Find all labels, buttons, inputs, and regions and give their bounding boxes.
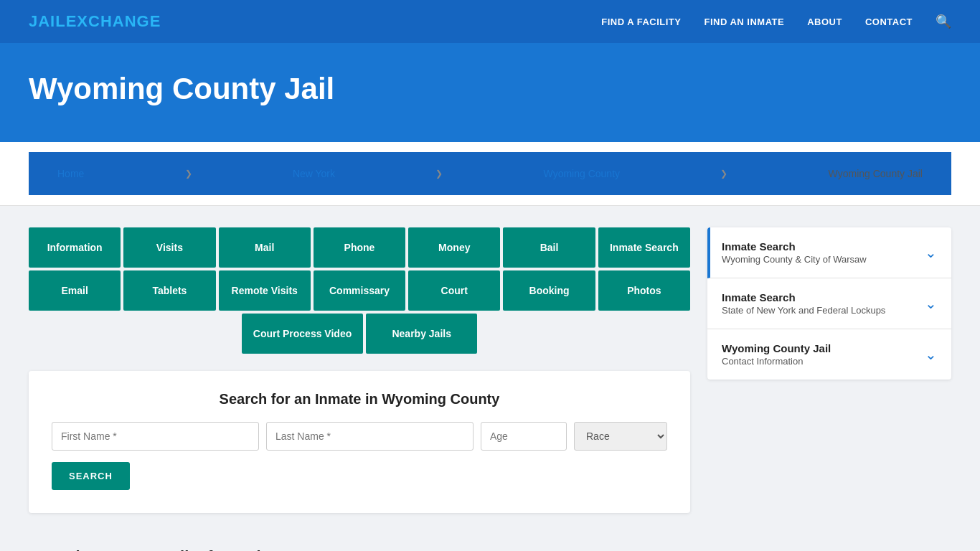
nav-find-facility[interactable]: FIND A FACILITY	[601, 17, 681, 27]
chevron-down-icon-0: ⌄	[925, 244, 937, 261]
breadcrumb-sep-2: ❯	[435, 169, 443, 179]
btn-booking[interactable]: Booking	[503, 270, 595, 311]
breadcrumb-bar: Home ❯ New York ❯ Wyoming County ❯ Wyomi…	[0, 142, 980, 206]
button-grid-row1: Information Visits Mail Phone Money Bail…	[29, 227, 690, 268]
btn-nearby-jails[interactable]: Nearby Jails	[366, 314, 477, 354]
search-fields: Race White Black Hispanic Asian Other	[52, 422, 667, 451]
breadcrumb-current: Wyoming County Jail	[829, 168, 923, 179]
main-wrapper: Information Visits Mail Phone Money Bail…	[0, 206, 980, 551]
btn-money[interactable]: Money	[408, 227, 500, 268]
btn-remote-visits[interactable]: Remote Visits	[219, 270, 311, 311]
btn-phone[interactable]: Phone	[314, 227, 405, 268]
search-heading: Search for an Inmate in Wyoming County	[52, 391, 667, 408]
btn-tablets[interactable]: Tablets	[123, 270, 215, 311]
sidebar-item-subtitle-2: Contact Information	[722, 356, 831, 367]
age-input[interactable]	[481, 422, 567, 451]
breadcrumb-home[interactable]: Home	[57, 168, 84, 179]
search-icon[interactable]: 🔍	[936, 14, 951, 29]
sidebar-item-title-2: Wyoming County Jail	[722, 342, 831, 354]
info-section-heading: Wyoming County Jail Information	[29, 533, 690, 551]
sidebar-item-text-2: Wyoming County Jail Contact Information	[722, 342, 831, 367]
sidebar-item-text-1: Inmate Search State of New York and Fede…	[722, 291, 885, 316]
button-grid-row3: Court Process Video Nearby Jails	[29, 314, 690, 354]
btn-inmate-search[interactable]: Inmate Search	[598, 227, 690, 268]
sidebar-item-2[interactable]: Wyoming County Jail Contact Information …	[707, 329, 951, 380]
sidebar-card: Inmate Search Wyoming County & City of W…	[707, 227, 951, 380]
page-title: Wyoming County Jail	[29, 72, 951, 106]
race-select[interactable]: Race White Black Hispanic Asian Other	[574, 422, 667, 451]
btn-court-process-video[interactable]: Court Process Video	[242, 314, 363, 354]
breadcrumb-sep-3: ❯	[720, 169, 727, 179]
button-grid-row2: Email Tablets Remote Visits Commissary C…	[29, 270, 690, 311]
btn-commissary[interactable]: Commissary	[314, 270, 405, 311]
logo-exchange: EXCHANGE	[66, 12, 161, 30]
sidebar-item-0[interactable]: Inmate Search Wyoming County & City of W…	[707, 227, 951, 278]
btn-mail[interactable]: Mail	[219, 227, 311, 268]
hero-section: Wyoming County Jail	[0, 43, 980, 142]
nav-about[interactable]: ABOUT	[807, 17, 842, 27]
btn-photos[interactable]: Photos	[598, 270, 690, 311]
breadcrumb: Home ❯ New York ❯ Wyoming County ❯ Wyomi…	[29, 152, 951, 195]
nav-links: FIND A FACILITY FIND AN INMATE ABOUT CON…	[601, 14, 951, 29]
search-card: Search for an Inmate in Wyoming County R…	[29, 371, 690, 513]
right-sidebar: Inmate Search Wyoming County & City of W…	[707, 227, 951, 551]
sidebar-item-subtitle-0: Wyoming County & City of Warsaw	[722, 254, 867, 265]
chevron-down-icon-1: ⌄	[925, 295, 937, 312]
nav-contact[interactable]: CONTACT	[865, 17, 913, 27]
search-button[interactable]: SEARCH	[52, 462, 130, 490]
btn-bail[interactable]: Bail	[503, 227, 595, 268]
btn-court[interactable]: Court	[408, 270, 500, 311]
sidebar-item-text-0: Inmate Search Wyoming County & City of W…	[722, 240, 867, 265]
sidebar-item-subtitle-1: State of New York and Federal Lockups	[722, 305, 885, 316]
logo-jail: JAIL	[29, 12, 66, 30]
btn-information[interactable]: Information	[29, 227, 121, 268]
last-name-input[interactable]	[266, 422, 473, 451]
left-column: Information Visits Mail Phone Money Bail…	[29, 227, 690, 551]
nav-find-inmate[interactable]: FIND AN INMATE	[704, 17, 784, 27]
breadcrumb-sep-1: ❯	[185, 169, 192, 179]
site-logo[interactable]: JAILEXCHANGE	[29, 12, 161, 31]
sidebar-item-title-1: Inmate Search	[722, 291, 885, 303]
sidebar-item-title-0: Inmate Search	[722, 240, 867, 253]
breadcrumb-wyoming-county[interactable]: Wyoming County	[544, 168, 620, 179]
breadcrumb-new-york[interactable]: New York	[293, 168, 335, 179]
chevron-down-icon-2: ⌄	[925, 346, 937, 363]
sidebar-item-1[interactable]: Inmate Search State of New York and Fede…	[707, 278, 951, 329]
navbar: JAILEXCHANGE FIND A FACILITY FIND AN INM…	[0, 0, 980, 43]
btn-email[interactable]: Email	[29, 270, 121, 311]
btn-visits[interactable]: Visits	[123, 227, 215, 268]
first-name-input[interactable]	[52, 422, 259, 451]
